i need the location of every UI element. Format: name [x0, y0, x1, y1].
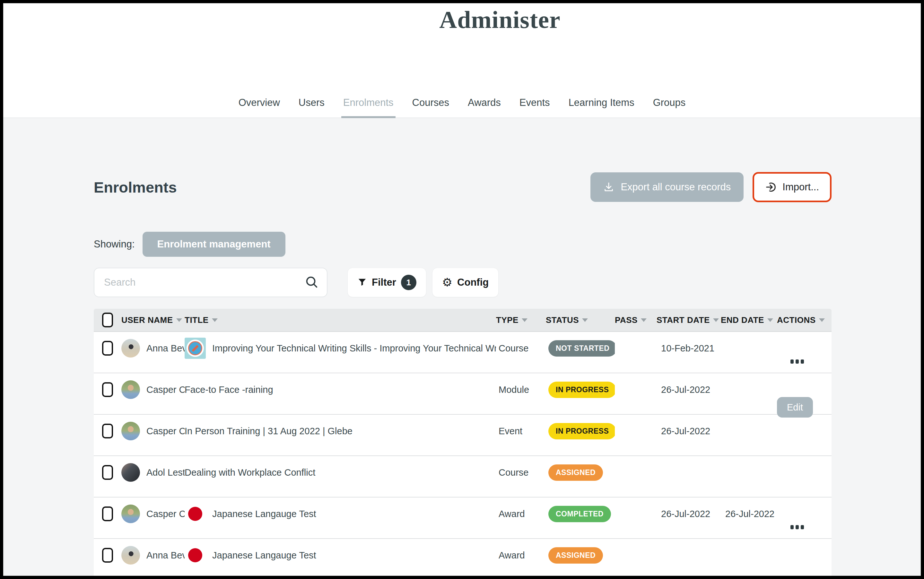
- sort-icon[interactable]: [819, 318, 825, 322]
- column-status: STATUS: [546, 315, 615, 325]
- row-checkbox[interactable]: [102, 424, 113, 438]
- japan-flag-icon: [185, 545, 206, 566]
- top-bar: Administer Overview Users Enrolments Cou…: [3, 3, 921, 118]
- table-row: Casper C Japanese Langauge Test Award CO…: [94, 497, 832, 539]
- japan-flag-icon: [185, 503, 206, 525]
- sort-icon[interactable]: [767, 318, 773, 322]
- avatar: [121, 339, 140, 358]
- status-badge: IN PROGRESS: [548, 423, 615, 439]
- table-row: Casper C Face-to Face -raining Module IN…: [94, 373, 832, 415]
- column-pass: PASS: [615, 315, 657, 325]
- column-type: TYPE: [496, 315, 546, 325]
- status-badge: ASSIGNED: [548, 547, 603, 564]
- download-icon: [603, 182, 614, 193]
- sort-icon[interactable]: [713, 318, 719, 322]
- tab-groups[interactable]: Groups: [653, 97, 686, 118]
- table-row: Adol Lest Dealing with Workplace Conflic…: [94, 456, 832, 497]
- table-row: Anna Bev Japanese Langauge Test Award AS…: [94, 539, 832, 579]
- search-icon[interactable]: [305, 275, 319, 290]
- search-input[interactable]: [94, 268, 328, 297]
- import-button-label: Import...: [782, 182, 819, 193]
- column-user-name: USER NAME: [121, 315, 185, 325]
- filter-button[interactable]: Filter 1: [347, 268, 426, 297]
- row-checkbox[interactable]: [102, 341, 113, 356]
- showing-label: Showing:: [94, 239, 135, 250]
- table-header: USER NAME TITLE TYPE STATUS PASS START D…: [94, 309, 832, 332]
- row-checkbox[interactable]: [102, 382, 113, 397]
- table-row: Anna Bev Improving Your Technical Writin…: [94, 332, 832, 373]
- page-title: Enrolments: [94, 178, 177, 196]
- sort-icon[interactable]: [582, 318, 588, 322]
- sort-icon[interactable]: [176, 318, 182, 322]
- tab-events[interactable]: Events: [519, 97, 550, 118]
- tab-awards[interactable]: Awards: [468, 97, 501, 118]
- row-actions-menu-icon[interactable]: [790, 360, 804, 364]
- select-all-checkbox[interactable]: [102, 312, 113, 327]
- enrolments-table: USER NAME TITLE TYPE STATUS PASS START D…: [94, 309, 832, 579]
- column-start-date: START DATE: [657, 315, 721, 325]
- status-badge: IN PROGRESS: [548, 382, 615, 398]
- row-checkbox[interactable]: [102, 507, 113, 521]
- export-button[interactable]: Export all course records: [590, 172, 744, 202]
- avatar: [121, 546, 140, 564]
- import-button[interactable]: Import...: [752, 172, 832, 202]
- column-title: TITLE: [185, 315, 496, 325]
- row-actions-menu-icon[interactable]: [790, 525, 804, 529]
- status-badge: ASSIGNED: [548, 465, 603, 481]
- tab-users[interactable]: Users: [298, 97, 324, 118]
- tab-enrolments[interactable]: Enrolments: [343, 97, 393, 118]
- config-button[interactable]: ⚙ Config: [432, 268, 499, 297]
- import-icon: [765, 181, 777, 193]
- search-box: [94, 268, 328, 297]
- sort-icon[interactable]: [212, 318, 218, 322]
- course-thumbnail-icon: [185, 338, 206, 359]
- row-checkbox[interactable]: [102, 548, 113, 563]
- tab-learning-items[interactable]: Learning Items: [568, 97, 634, 118]
- sort-icon[interactable]: [522, 318, 528, 322]
- column-actions: ACTIONS: [777, 315, 832, 325]
- avatar: [121, 505, 140, 523]
- status-badge: NOT STARTED: [548, 340, 615, 357]
- sort-icon[interactable]: [641, 318, 647, 322]
- export-button-label: Export all course records: [621, 182, 731, 193]
- gear-icon: ⚙: [442, 276, 452, 288]
- filter-icon: [357, 278, 367, 287]
- edit-button[interactable]: Edit: [777, 397, 813, 417]
- filter-button-label: Filter: [372, 276, 396, 288]
- main-nav: Overview Users Enrolments Courses Awards…: [3, 97, 921, 118]
- filter-count-badge: 1: [401, 275, 416, 290]
- showing-chip[interactable]: Enrolment management: [143, 232, 285, 257]
- app-title: Administer: [41, 3, 924, 34]
- row-checkbox[interactable]: [102, 465, 113, 480]
- avatar: [121, 422, 140, 440]
- table-row: Casper C In Person Training | 31 Aug 202…: [94, 415, 832, 456]
- config-button-label: Config: [457, 276, 489, 288]
- avatar: [121, 380, 140, 399]
- avatar: [121, 463, 140, 482]
- status-badge: COMPLETED: [548, 506, 611, 522]
- column-end-date: END DATE: [721, 315, 777, 325]
- main-content: Enrolments Export all course records Imp…: [3, 172, 921, 579]
- tab-overview[interactable]: Overview: [239, 97, 280, 118]
- tab-courses[interactable]: Courses: [412, 97, 449, 118]
